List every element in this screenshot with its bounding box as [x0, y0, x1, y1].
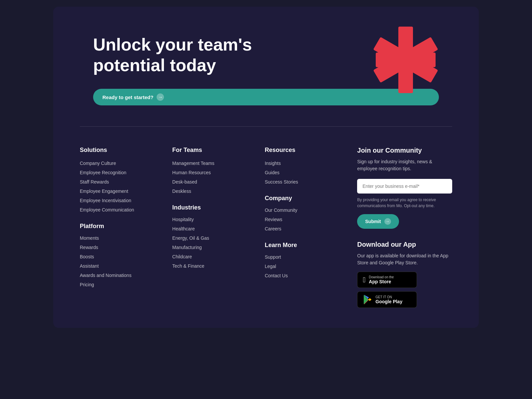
- apple-icon: : [363, 276, 365, 284]
- list-item: Contact Us: [265, 273, 344, 279]
- list-item: Employee Incentivisation: [80, 198, 159, 203]
- download-desc: Our app is available for download in the…: [357, 252, 452, 266]
- childcare-link[interactable]: Childcare: [172, 254, 192, 259]
- list-item: Tech & Finance: [172, 263, 251, 269]
- app-store-badge[interactable]:  Download on the App Store: [357, 272, 417, 288]
- join-community-desc: Sign up for industry insights, news & em…: [357, 158, 452, 172]
- support-link[interactable]: Support: [265, 254, 281, 260]
- list-item: Rewards: [80, 244, 159, 250]
- google-play-small-text: GET IT ON: [375, 295, 402, 299]
- google-play-large-text: Google Play: [375, 299, 402, 304]
- list-item: Insights: [265, 160, 344, 166]
- community-column: Join our Community Sign up for industry …: [357, 147, 452, 308]
- management-teams-link[interactable]: Management Teams: [172, 161, 214, 166]
- boosts-link[interactable]: Boosts: [80, 254, 94, 259]
- app-badges:  Download on the App Store: [357, 272, 452, 308]
- assistant-link[interactable]: Assistant: [80, 263, 99, 269]
- footer-section: Solutions Company Culture Employee Recog…: [53, 127, 479, 328]
- solutions-heading: Solutions: [80, 147, 159, 154]
- download-section: Download our App Our app is available fo…: [357, 241, 452, 308]
- list-item: Energy, Oil & Gas: [172, 235, 251, 241]
- reviews-link[interactable]: Reviews: [265, 217, 282, 222]
- list-item: Legal: [265, 263, 344, 269]
- energy-oil-gas-link[interactable]: Energy, Oil & Gas: [172, 235, 209, 241]
- list-item: Management Teams: [172, 160, 251, 166]
- arrow-icon: →: [384, 218, 391, 225]
- list-item: Manufacturing: [172, 244, 251, 250]
- rewards-link[interactable]: Rewards: [80, 245, 98, 250]
- submit-label: Submit: [365, 219, 381, 224]
- email-input[interactable]: [357, 179, 452, 194]
- join-community-heading: Join our Community: [357, 147, 452, 154]
- employee-recognition-link[interactable]: Employee Recognition: [80, 170, 126, 175]
- industries-heading: Industries: [172, 204, 251, 211]
- asterisk-logo: [372, 23, 439, 98]
- success-stories-link[interactable]: Success Stories: [265, 179, 298, 185]
- resources-column: Resources Insights Guides Success Storie…: [265, 147, 344, 308]
- list-item: Deskless: [172, 188, 251, 194]
- list-item: Hospitality: [172, 216, 251, 222]
- platform-heading: Platform: [80, 223, 159, 230]
- awards-nominations-link[interactable]: Awards and Nominations: [80, 273, 131, 278]
- list-item: Employee Engagement: [80, 188, 159, 194]
- pricing-link[interactable]: Pricing: [80, 282, 94, 287]
- legal-link[interactable]: Legal: [265, 264, 276, 269]
- list-item: Success Stories: [265, 179, 344, 185]
- company-list: Our Community Reviews Careers: [265, 207, 344, 232]
- app-store-large-text: App Store: [369, 279, 394, 284]
- deskless-link[interactable]: Deskless: [172, 189, 191, 194]
- contact-us-link[interactable]: Contact Us: [265, 273, 288, 278]
- employee-incentivisation-link[interactable]: Employee Incentivisation: [80, 198, 131, 203]
- app-store-text: Download on the App Store: [369, 275, 394, 284]
- list-item: Careers: [265, 226, 344, 232]
- learn-more-list: Support Legal Contact Us: [265, 254, 344, 279]
- list-item: Desk-based: [172, 179, 251, 185]
- insights-link[interactable]: Insights: [265, 161, 281, 166]
- list-item: Employee Recognition: [80, 170, 159, 176]
- company-heading: Company: [265, 195, 344, 202]
- list-item: Human Resources: [172, 170, 251, 176]
- staff-rewards-link[interactable]: Staff Rewards: [80, 179, 109, 185]
- hero-title: Unlock your team's potential today: [93, 34, 266, 76]
- list-item: Guides: [265, 170, 344, 176]
- list-item: Our Community: [265, 207, 344, 213]
- manufacturing-link[interactable]: Manufacturing: [172, 245, 202, 250]
- resources-list: Insights Guides Success Stories: [265, 160, 344, 185]
- list-item: Pricing: [80, 282, 159, 288]
- google-play-badge[interactable]: GET IT ON Google Play: [357, 291, 417, 308]
- hero-section: Unlock your team's potential today Ready…: [53, 7, 479, 126]
- desk-based-link[interactable]: Desk-based: [172, 179, 197, 185]
- list-item: Support: [265, 254, 344, 260]
- solutions-column: Solutions Company Culture Employee Recog…: [80, 147, 159, 308]
- app-store-small-text: Download on the: [369, 275, 394, 279]
- careers-link[interactable]: Careers: [265, 226, 281, 231]
- list-item: Assistant: [80, 263, 159, 269]
- page-wrapper: Unlock your team's potential today Ready…: [53, 7, 479, 328]
- arrow-icon: →: [157, 93, 164, 101]
- list-item: Moments: [80, 235, 159, 241]
- download-heading: Download our App: [357, 241, 452, 248]
- healthcare-link[interactable]: Healthcare: [172, 226, 195, 231]
- list-item: Healthcare: [172, 226, 251, 232]
- employee-communication-link[interactable]: Employee Communication: [80, 207, 134, 212]
- our-community-link[interactable]: Our Community: [265, 207, 297, 213]
- consent-text: By providing your email you agree to rec…: [357, 197, 452, 209]
- list-item: Company Culture: [80, 160, 159, 166]
- tech-finance-link[interactable]: Tech & Finance: [172, 263, 204, 269]
- employee-engagement-link[interactable]: Employee Engagement: [80, 189, 128, 194]
- solutions-list: Company Culture Employee Recognition Sta…: [80, 160, 159, 213]
- hospitality-link[interactable]: Hospitality: [172, 217, 194, 222]
- list-item: Boosts: [80, 254, 159, 260]
- company-culture-link[interactable]: Company Culture: [80, 161, 116, 166]
- industries-list: Hospitality Healthcare Energy, Oil & Gas…: [172, 216, 251, 269]
- google-play-text: GET IT ON Google Play: [375, 295, 402, 304]
- moments-link[interactable]: Moments: [80, 235, 99, 241]
- list-item: Staff Rewards: [80, 179, 159, 185]
- list-item: Awards and Nominations: [80, 272, 159, 278]
- human-resources-link[interactable]: Human Resources: [172, 170, 211, 175]
- list-item: Employee Communication: [80, 207, 159, 213]
- guides-link[interactable]: Guides: [265, 170, 279, 175]
- resources-heading: Resources: [265, 147, 344, 154]
- teams-column: For Teams Management Teams Human Resourc…: [172, 147, 251, 308]
- submit-button[interactable]: Submit →: [357, 214, 399, 229]
